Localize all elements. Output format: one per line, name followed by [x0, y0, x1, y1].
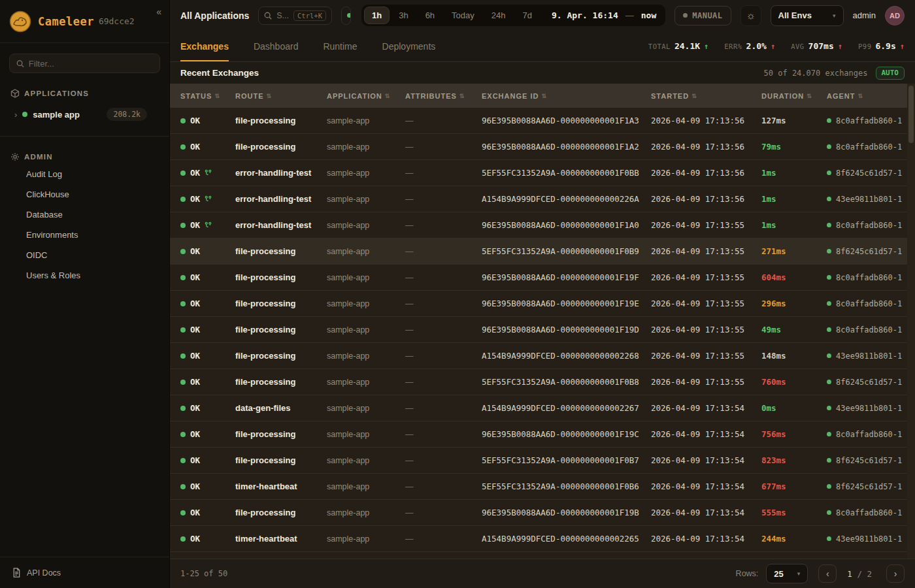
- application-cell: sample-app: [327, 116, 405, 125]
- sidebar-item-database[interactable]: Database: [0, 204, 169, 225]
- gear-icon: [10, 152, 20, 161]
- tab-deployments[interactable]: Deployments: [382, 31, 436, 61]
- column-header-route[interactable]: ROUTE⇅: [235, 92, 327, 100]
- time-range-6h[interactable]: 6h: [418, 7, 442, 24]
- time-range-7d[interactable]: 7d: [515, 7, 540, 24]
- current-page: 1: [847, 569, 852, 579]
- datetime-from[interactable]: 9. Apr. 16:14: [552, 10, 618, 20]
- table-row[interactable]: OKdata-gen-filessample-app—A154B9A999DFC…: [170, 395, 915, 421]
- status-cell: OK: [180, 220, 235, 230]
- exchange-id-cell: 96E395B0088AA6D-000000000001F19C: [482, 429, 651, 439]
- table-row[interactable]: OK error-handling-testsample-app—96E395B…: [170, 212, 915, 238]
- tab-exchanges[interactable]: Exchanges: [180, 31, 229, 61]
- sidebar-item-sample-app[interactable]: › sample app 208.2k: [0, 102, 169, 127]
- table-row[interactable]: OKfile-processingsample-app—96E395B0088A…: [170, 134, 915, 160]
- time-range-today[interactable]: Today: [444, 7, 482, 24]
- table-row[interactable]: OKfile-processingsample-app—96E395B0088A…: [170, 265, 915, 291]
- exchange-id-cell: 96E395B0088AA6D-000000000001F1A0: [482, 220, 651, 230]
- sidebar-item-users-roles[interactable]: Users & Roles: [0, 265, 169, 286]
- status-cell: OK: [180, 142, 235, 152]
- column-header-status[interactable]: STATUS⇅: [180, 92, 235, 100]
- sidebar-item-oidc[interactable]: OIDC: [0, 245, 169, 265]
- next-page-button[interactable]: ›: [886, 564, 905, 583]
- column-label: EXCHANGE ID: [482, 92, 539, 100]
- rows-per-page-select[interactable]: 25 ▾: [766, 564, 808, 583]
- chevron-down-icon: ▾: [833, 12, 836, 19]
- column-header-duration[interactable]: DURATION⇅: [761, 92, 827, 100]
- status-cell: OK: [180, 272, 235, 282]
- time-range-24h[interactable]: 24h: [484, 7, 514, 24]
- table-row[interactable]: OKfile-processingsample-app—96E395B0088A…: [170, 500, 915, 526]
- table-row[interactable]: OK error-handling-testsample-app—5EF55FC…: [170, 160, 915, 186]
- exchange-id-cell: 5EF55FC31352A9A-000000000001F0B6: [482, 482, 651, 491]
- status-cell: OK: [180, 351, 235, 361]
- stat-label: ERR%: [724, 42, 742, 50]
- filter-input[interactable]: [29, 59, 153, 69]
- table-row[interactable]: OKfile-processingsample-app—96E395B0088A…: [170, 108, 915, 134]
- column-header-agent[interactable]: AGENT⇅: [827, 92, 906, 100]
- agent-id: 8c0affadb860-1: [836, 273, 902, 282]
- agent-cell: 8c0affadb860-1: [827, 508, 906, 517]
- status-label: OK: [190, 351, 200, 361]
- avatar[interactable]: AD: [885, 6, 905, 25]
- table-row[interactable]: OKfile-processingsample-app—96E395B0088A…: [170, 421, 915, 448]
- status-ok-dot: [180, 144, 186, 150]
- stat-err: ERR%2.0%↑: [724, 41, 775, 51]
- column-header-exchange-id[interactable]: EXCHANGE ID⇅: [482, 92, 651, 100]
- rows-per-page-label: Rows:: [736, 569, 759, 578]
- attributes-cell: —: [405, 482, 482, 491]
- status-label: OK: [190, 534, 200, 544]
- stat-label: TOTAL: [648, 42, 671, 50]
- table-row[interactable]: OKfile-processingsample-app—5EF55FC31352…: [170, 448, 915, 474]
- environment-select[interactable]: All Envs ▾: [771, 5, 844, 26]
- application-cell: sample-app: [327, 534, 405, 544]
- filter-input-box[interactable]: [9, 54, 160, 73]
- table-row[interactable]: OKtimer-heartbeatsample-app—5EF55FC31352…: [170, 474, 915, 500]
- app-root: Cameleer 69dcce2 « APPLICATIONS › sample…: [0, 0, 915, 588]
- status-cell: OK: [180, 325, 235, 335]
- table-row[interactable]: OKfile-processingsample-app—A154B9A999DF…: [170, 343, 915, 369]
- prev-page-button[interactable]: ‹: [818, 564, 837, 583]
- online-filter-button[interactable]: O: [341, 7, 351, 25]
- sidebar-collapse-icon[interactable]: «: [156, 7, 161, 17]
- auto-refresh-badge[interactable]: AUTO: [876, 67, 905, 80]
- page-separator: /: [857, 569, 862, 579]
- sidebar-item-api-docs[interactable]: API Docs: [0, 557, 169, 588]
- sun-icon: ☼: [746, 10, 756, 22]
- route-cell: file-processing: [235, 455, 327, 465]
- sort-icon: ⇅: [858, 93, 864, 99]
- tab-dashboard[interactable]: Dashboard: [254, 31, 299, 61]
- duration-cell: 604ms: [761, 272, 827, 282]
- table-row[interactable]: OKtimer-heartbeatsample-app—A154B9A999DF…: [170, 526, 915, 552]
- global-search-input[interactable]: S... Ctrl+K: [258, 7, 332, 25]
- column-header-application[interactable]: APPLICATION⇅: [327, 92, 405, 100]
- vertical-scrollbar[interactable]: [907, 84, 915, 559]
- time-range-3h[interactable]: 3h: [391, 7, 416, 24]
- theme-toggle-button[interactable]: ☼: [740, 5, 761, 26]
- scrollbar-thumb[interactable]: [908, 86, 914, 143]
- sidebar-item-audit-log[interactable]: Audit Log: [0, 164, 169, 184]
- duration-cell: 1ms: [761, 220, 827, 230]
- table-row[interactable]: OKfile-processingsample-app—96E395B0088A…: [170, 317, 915, 343]
- application-cell: sample-app: [327, 195, 405, 204]
- table-row[interactable]: OKfile-processingsample-app—5EF55FC31352…: [170, 369, 915, 395]
- sidebar-item-environments[interactable]: Environments: [0, 225, 169, 245]
- datetime-to[interactable]: now: [641, 10, 656, 20]
- application-cell: sample-app: [327, 508, 405, 517]
- manual-refresh-button[interactable]: MANUAL: [674, 6, 731, 25]
- chevron-right-icon[interactable]: ›: [14, 110, 17, 120]
- tab-runtime[interactable]: Runtime: [323, 31, 357, 61]
- column-header-started[interactable]: STARTED⇅: [651, 92, 761, 100]
- column-header-attributes[interactable]: ATTRIBUTES⇅: [405, 92, 482, 100]
- table-row[interactable]: OKfile-processingsample-app—96E395B0088A…: [170, 291, 915, 317]
- topbar: All Applications S... Ctrl+K O 1h3h6hTod…: [170, 0, 915, 31]
- search-shortcut-badge: Ctrl+K: [293, 10, 326, 21]
- time-range-1h[interactable]: 1h: [364, 7, 390, 24]
- table-row[interactable]: OK error-handling-testsample-app—A154B9A…: [170, 186, 915, 212]
- started-cell: 2026-04-09 17:13:55: [651, 299, 761, 308]
- started-cell: 2026-04-09 17:13:56: [651, 116, 761, 125]
- table-row[interactable]: OKfile-processingsample-app—5EF55FC31352…: [170, 238, 915, 265]
- started-cell: 2026-04-09 17:13:54: [651, 482, 761, 491]
- status-label: OK: [190, 116, 200, 125]
- sidebar-item-clickhouse[interactable]: ClickHouse: [0, 184, 169, 204]
